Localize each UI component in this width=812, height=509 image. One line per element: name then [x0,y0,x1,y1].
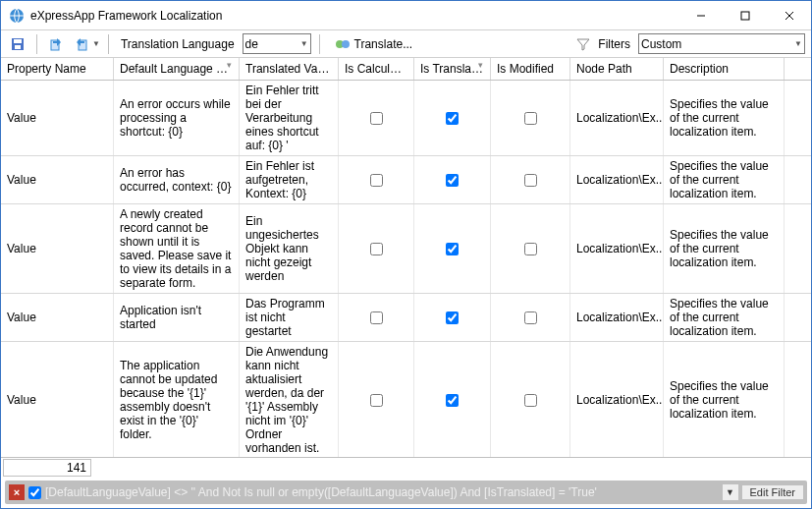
cell[interactable] [414,81,491,155]
translate-button[interactable]: Translate... [328,33,420,55]
cell: Localization\Ex... [570,156,664,203]
toolbar: ▼ Translation Language de ▼ Translate...… [1,30,811,58]
filter-dropdown-icon[interactable]: ▼ [723,484,738,500]
cell: Ein ungesichertes Objekt kann nicht geze… [240,204,339,293]
close-button[interactable] [767,1,811,29]
table-row[interactable]: ValueAn error occurs while processing a … [1,81,811,156]
checkbox[interactable] [524,112,537,125]
language-select[interactable]: de ▼ [243,33,311,54]
cell: Value [1,342,114,457]
cell[interactable] [491,156,570,203]
cell: Localization\Ex... [570,342,664,457]
col-header-modified[interactable]: Is Modified [491,58,570,80]
table-row[interactable]: ValueAn error has occurred, context: {0}… [1,156,811,204]
cell: Value [1,294,114,341]
cell[interactable] [339,156,414,203]
cell: Specifies the value of the current local… [664,156,785,203]
separator [108,34,109,54]
checkbox[interactable] [446,311,459,324]
chevron-down-icon: ▼ [794,39,802,48]
cell[interactable] [339,294,414,341]
checkbox[interactable] [524,174,537,187]
cell: Value [1,81,114,155]
cell: Localization\Ex... [570,294,664,341]
filters-label: Filters [594,37,634,51]
svg-point-11 [342,40,350,48]
translate-label: Translate... [354,37,413,51]
translate-icon [335,36,351,52]
col-header-istranslated[interactable]: Is Translated▾ [414,58,491,80]
checkbox[interactable] [446,112,459,125]
cell: Das Programm ist nicht gestartet [240,294,339,341]
cell[interactable] [491,342,570,457]
col-header-default[interactable]: Default Language Value▾ [114,58,240,80]
checkbox[interactable] [446,243,459,255]
cell: Application isn't started [114,294,240,341]
cell[interactable] [414,294,491,341]
checkbox[interactable] [370,174,383,187]
col-header-description[interactable]: Description [664,58,785,80]
table-row[interactable]: ValueApplication isn't startedDas Progra… [1,294,811,342]
globe-icon [9,8,25,24]
cell: Localization\Ex... [570,204,664,293]
export-icon[interactable] [45,33,67,55]
filters-value: Custom [641,37,681,51]
checkbox[interactable] [524,243,537,255]
save-icon[interactable] [7,33,28,55]
filter-icon[interactable]: ▾ [227,60,237,70]
checkbox[interactable] [370,394,383,407]
maximize-button[interactable] [723,1,767,29]
filter-enabled-checkbox[interactable] [28,486,41,499]
cell[interactable] [414,156,491,203]
filter-panel: × [DefaultLanguageValue] <> '' And Not I… [5,481,807,504]
cell: Ein Fehler ist aufgetreten, Kontext: {0} [240,156,339,203]
cell: Localization\Ex... [570,81,664,155]
cell[interactable] [491,294,570,341]
col-header-translated[interactable]: Translated Value [240,58,339,80]
col-header-property[interactable]: Property Name [1,58,114,80]
import-dropdown-icon[interactable]: ▼ [92,39,100,48]
cell[interactable] [414,204,491,293]
checkbox[interactable] [446,174,459,187]
col-header-calculated[interactable]: Is Calculated [339,58,414,80]
statusbar: 141 [1,457,811,477]
checkbox[interactable] [446,394,459,407]
language-value: de [245,37,258,51]
checkbox[interactable] [370,311,383,324]
svg-rect-7 [15,45,21,49]
cell: An error occurs while processing a short… [114,81,240,155]
cell[interactable] [339,342,414,457]
checkbox[interactable] [370,112,383,125]
col-header-nodepath[interactable]: Node Path [570,58,664,80]
cell[interactable] [339,204,414,293]
grid-body[interactable]: ValueAn error occurs while processing a … [1,81,811,457]
filters-select[interactable]: Custom ▼ [638,33,805,54]
checkbox[interactable] [524,311,537,324]
cell[interactable] [339,81,414,155]
separator [319,34,320,54]
import-icon[interactable] [71,33,92,55]
cell: A newly created record cannot be shown u… [114,204,240,293]
cell[interactable] [491,204,570,293]
checkbox[interactable] [524,394,537,407]
cell: Specifies the value of the current local… [664,294,785,341]
filter-expression[interactable]: [DefaultLanguageValue] <> '' And Not Is … [45,485,719,499]
window-title: eXpressApp Framework Localization [30,9,678,23]
cell: Specifies the value of the current local… [664,204,785,293]
chevron-down-icon: ▼ [300,39,308,48]
table-row[interactable]: ValueThe application cannot be updated b… [1,342,811,457]
cell: Specifies the value of the current local… [664,81,785,155]
edit-filter-button[interactable]: Edit Filter [742,485,803,499]
table-row[interactable]: ValueA newly created record cannot be sh… [1,204,811,294]
cell: Specifies the value of the current local… [664,342,785,457]
funnel-icon [576,37,590,51]
filter-icon[interactable]: ▾ [478,60,488,70]
cell[interactable] [491,81,570,155]
checkbox[interactable] [370,243,383,255]
cell[interactable] [414,342,491,457]
filter-close-button[interactable]: × [9,484,25,500]
cell: Value [1,204,114,293]
grid-header: Property Name Default Language Value▾ Tr… [1,58,811,81]
minimize-button[interactable] [678,1,723,29]
svg-rect-2 [741,12,749,20]
